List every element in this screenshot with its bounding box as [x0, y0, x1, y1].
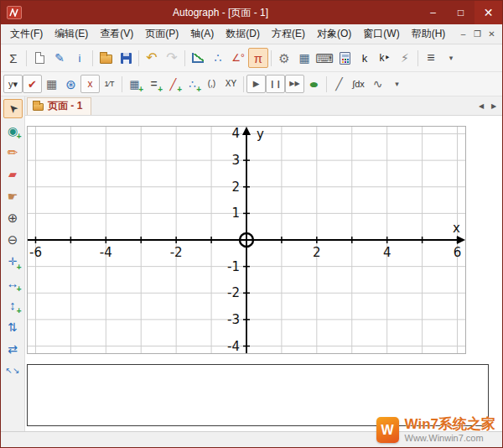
watermark-title: Win7系统之家 — [405, 417, 495, 432]
derivative-curve-button[interactable]: ∿ — [368, 75, 387, 93]
onscreen-keyboard-button[interactable]: ⌨ — [314, 48, 334, 68]
side-toolbar: ➤◉+✏▰☛⊕⊖✛+↔+↕+⇅⇄↖↘ — [1, 96, 25, 431]
window-title: Autograph - [页面 - 1] — [22, 6, 419, 20]
close-button[interactable]: ✕ — [474, 1, 502, 24]
replay-plot-button[interactable]: ▶ — [246, 75, 266, 93]
menu-help[interactable]: 帮助(H) — [406, 24, 452, 44]
open-file-button[interactable] — [96, 48, 116, 68]
radians-pi-mode-button[interactable]: π — [248, 48, 268, 68]
constant-controller-button[interactable]: k — [355, 48, 375, 68]
maximize-button[interactable]: □ — [447, 1, 474, 24]
menu-equation[interactable]: 方程(E) — [266, 24, 311, 44]
calculator-button[interactable] — [334, 48, 355, 68]
toolbar-overflow-icon: ▾ — [449, 55, 454, 62]
zoom-in-tool[interactable]: ⊕ — [3, 208, 23, 227]
default-scales-button[interactable]: ▦ — [42, 75, 61, 93]
fast-forward-plot-button[interactable]: ▶▶ — [285, 75, 304, 93]
select-mode-tool[interactable]: ➤ — [3, 99, 23, 118]
toolbar2-overflow-button[interactable]: ▾ — [387, 75, 407, 93]
point-mode-tool[interactable]: ◉+ — [3, 121, 23, 140]
tab-label: 页面 - 1 — [48, 99, 82, 113]
edit-axes-button[interactable] — [188, 48, 208, 68]
child-restore-button[interactable]: ❐ — [470, 28, 485, 41]
gradient-at-point-button[interactable]: ╱ — [329, 75, 349, 93]
page-settings-button[interactable]: ⚙ — [274, 48, 294, 68]
drag-page-tool[interactable]: ☛ — [3, 186, 23, 206]
watermark-text: Win7系统之家 Www.Winwin7.com — [405, 417, 495, 443]
equation-entry-dropdown[interactable]: y▾ — [3, 75, 23, 93]
minimize-button[interactable]: – — [419, 1, 447, 24]
insert-coordinates-button[interactable]: (,) — [202, 75, 221, 93]
onscreen-keyboard-icon: ⌨ — [315, 52, 334, 65]
plus-badge: + — [17, 285, 22, 294]
integral-button[interactable]: ∫dx — [349, 75, 368, 93]
spider-wheel-button[interactable]: ⊛ — [61, 75, 80, 93]
menu-object[interactable]: 对象(O) — [311, 24, 357, 44]
fast-plot-icon: ⚡ — [401, 52, 409, 64]
diagonal-zoom-tool[interactable]: ↖↘ — [3, 361, 23, 380]
animate-constant-button[interactable]: k‣ — [375, 48, 395, 68]
toolbar-separator — [271, 50, 272, 66]
rubber-icon: ▰ — [8, 169, 17, 180]
xy-attributes-button[interactable]: XY — [221, 75, 241, 93]
add-point-set-button[interactable]: ∴+ — [183, 75, 202, 93]
manage-equation-list-button[interactable]: ✔ — [23, 75, 42, 93]
menu-data[interactable]: 数据(D) — [220, 24, 266, 44]
manage-equation-list-icon: ✔ — [28, 79, 37, 90]
zoom-out-tool[interactable]: ⊖ — [3, 230, 23, 249]
plot-statistics-button[interactable]: ∴ — [208, 48, 228, 68]
menu-view[interactable]: 查看(V) — [94, 24, 139, 44]
graph-canvas[interactable]: -6-4-22464321-1-2-3-4xy — [27, 126, 466, 354]
undo-button[interactable]: ↶ — [142, 48, 162, 68]
statistics-sigma-button[interactable]: Σ — [3, 48, 23, 68]
save-file-button[interactable] — [116, 48, 136, 68]
zoom-in-x-tool[interactable]: ↔+ — [3, 273, 23, 293]
add-equation-button[interactable]: =+ — [144, 75, 163, 93]
redo-button[interactable]: ↷ — [162, 48, 182, 68]
new-page-edit-button[interactable]: ✎ — [49, 48, 70, 68]
stretch-x-tool[interactable]: ⇄ — [3, 339, 23, 358]
toolbar-secondary: y▾✔▦⊛x1∕T▦+=+╱+∴+(,)XY▶❙❙▶▶●╱∫dx∿▾ — [1, 72, 502, 96]
toolbar-separator — [26, 50, 27, 66]
menu-edit[interactable]: 编辑(E) — [49, 24, 94, 44]
edit-axes-scales-button[interactable]: x — [80, 75, 100, 93]
tab-nav: ◀ ▶ — [475, 99, 502, 112]
pause-plot-button[interactable]: ❙❙ — [266, 75, 285, 93]
toolbar-overflow-button[interactable]: ▾ — [441, 48, 461, 68]
menu-axes[interactable]: 轴(A) — [184, 24, 220, 44]
tab-scroll-left-button[interactable]: ◀ — [475, 99, 487, 112]
toolbar-separator — [138, 50, 139, 66]
new-page-button[interactable] — [29, 48, 49, 68]
winwin7-logo-icon: W — [376, 417, 399, 443]
results-table-button[interactable]: ▦ — [294, 48, 314, 68]
tab-scroll-right-button[interactable]: ▶ — [488, 99, 500, 112]
slow-plot-turtle-button[interactable]: ● — [304, 75, 324, 93]
plus-badge: + — [138, 86, 143, 94]
plus-badge: + — [158, 86, 163, 94]
title-bar[interactable]: Autograph - [页面 - 1] –□✕ — [1, 1, 502, 24]
insert-fraction-button[interactable]: 1∕T — [100, 75, 119, 93]
child-minimize-button[interactable]: – — [456, 28, 470, 41]
page-info-button[interactable]: i — [70, 48, 90, 68]
svg-text:3: 3 — [231, 153, 240, 168]
child-close-button[interactable]: ✕ — [485, 28, 499, 41]
menu-file[interactable]: 文件(F) — [4, 24, 49, 44]
add-table-button[interactable]: ▦+ — [125, 75, 144, 93]
new-page-icon — [35, 52, 44, 64]
add-gradient-line-button[interactable]: ╱+ — [163, 75, 183, 93]
svg-text:-3: -3 — [227, 312, 240, 327]
zoom-in-xy-tool[interactable]: ✛+ — [3, 252, 23, 271]
menu-window[interactable]: 窗口(W) — [357, 24, 405, 44]
rubber-tool[interactable]: ▰ — [3, 164, 23, 184]
keyboard-menu-button[interactable]: ≡ — [421, 48, 441, 68]
zoom-in-y-tool[interactable]: ↕+ — [3, 295, 23, 315]
scribble-tool[interactable]: ✏ — [3, 143, 23, 162]
stretch-y-tool[interactable]: ⇅ — [3, 317, 23, 336]
menu-page[interactable]: 页面(P) — [139, 24, 184, 44]
degrees-mode-button[interactable]: ∠° — [228, 48, 248, 68]
open-file-icon — [100, 55, 112, 64]
undo-icon: ↶ — [146, 51, 157, 65]
plus-badge: + — [17, 133, 22, 141]
fast-plot-button[interactable]: ⚡ — [395, 48, 415, 68]
tab-page-1[interactable]: 页面 - 1 — [27, 97, 91, 115]
